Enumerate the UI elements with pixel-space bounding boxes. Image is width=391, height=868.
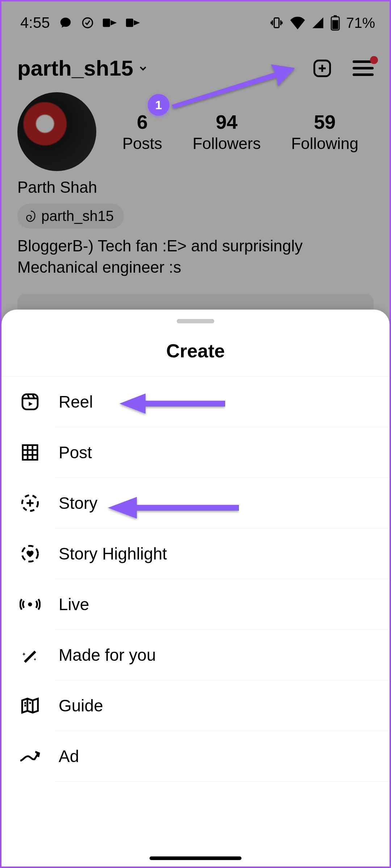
create-option-label: Made for you bbox=[59, 645, 156, 665]
create-option-story[interactable]: Story bbox=[1, 478, 390, 528]
reel-icon bbox=[19, 391, 41, 413]
grid-icon bbox=[19, 441, 41, 464]
annotation-badge-1: 1 bbox=[148, 94, 169, 116]
live-broadcast-icon bbox=[19, 593, 41, 616]
svg-rect-9 bbox=[23, 445, 38, 460]
create-option-label: Story bbox=[59, 493, 97, 513]
magic-wand-icon bbox=[19, 644, 41, 666]
create-option-reel[interactable]: Reel bbox=[1, 376, 390, 427]
create-option-label: Reel bbox=[59, 392, 93, 412]
create-bottom-sheet: Create Reel Post Story bbox=[1, 310, 390, 867]
create-option-label: Story Highlight bbox=[59, 544, 167, 563]
create-option-label: Guide bbox=[59, 696, 103, 715]
trend-arrow-icon bbox=[19, 745, 41, 767]
create-option-label: Live bbox=[59, 595, 89, 614]
svg-point-12 bbox=[28, 602, 32, 606]
highlight-heart-icon bbox=[19, 542, 41, 565]
create-option-label: Post bbox=[59, 443, 92, 462]
create-options-list: Reel Post Story S bbox=[1, 376, 390, 825]
sheet-title: Create bbox=[1, 340, 390, 376]
create-option-live[interactable]: Live bbox=[1, 579, 390, 630]
story-plus-icon bbox=[19, 492, 41, 514]
create-option-ad[interactable]: Ad bbox=[1, 731, 390, 782]
create-option-made-for-you[interactable]: Made for you bbox=[1, 630, 390, 680]
create-option-story-highlight[interactable]: Story Highlight bbox=[1, 528, 390, 579]
create-option-label: Ad bbox=[59, 746, 79, 766]
sheet-drag-handle[interactable] bbox=[177, 319, 214, 323]
create-option-guide[interactable]: Guide bbox=[1, 680, 390, 731]
create-option-post[interactable]: Post bbox=[1, 427, 390, 478]
svg-rect-8 bbox=[22, 394, 38, 409]
guide-map-icon bbox=[19, 694, 41, 717]
home-indicator bbox=[150, 856, 241, 860]
